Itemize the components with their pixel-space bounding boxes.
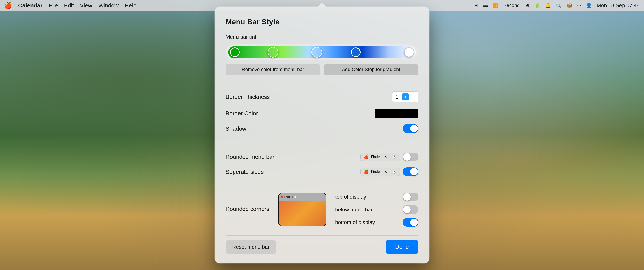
tint-buttons: Remove color from menu bar Add Color Sto… (226, 64, 418, 75)
gradient-bar[interactable] (228, 46, 416, 58)
corners-row: Rounded corners 🍎 Finder ⚙ 🕐 top of disp… (226, 193, 418, 227)
color-stop-1[interactable] (230, 47, 240, 57)
top-of-display-row: top of display (335, 193, 418, 201)
corners-toggles: top of display below menu bar bottom of … (335, 193, 418, 227)
preview-icon-2: 🕐 (392, 154, 397, 160)
shadow-label: Shadow (226, 125, 246, 132)
rounded-menu-bar-label: Rounded menu bar (226, 154, 274, 160)
separate-sides-label: Seperate sides (226, 169, 264, 175)
separate-sides-control: 🍎 Finder ⚙ 🕐 (360, 167, 418, 176)
below-menu-bar-knob (403, 206, 411, 213)
top-display-knob (403, 193, 411, 201)
bottom-display-toggle[interactable] (402, 218, 418, 227)
border-thickness-dropdown[interactable]: 1 ▼ (392, 91, 418, 102)
border-color-label: Border Color (226, 110, 258, 117)
separate-toggle-knob (410, 168, 418, 176)
rounded-menu-bar-toggle[interactable] (402, 153, 418, 161)
dialog-overlay: Menu Bar Style Menu bar tint Remove colo… (0, 0, 644, 270)
remove-color-button[interactable]: Remove color from menu bar (226, 64, 320, 75)
dialog-title: Menu Bar Style (226, 17, 418, 26)
shadow-toggle-knob (410, 125, 418, 132)
corners-preview-screen (279, 201, 326, 226)
preview-finder-label: Finder (371, 155, 381, 159)
color-stop-5[interactable] (404, 47, 414, 57)
bottom-of-display-row: bottom of display (335, 218, 418, 227)
shadow-row: Shadow (226, 121, 418, 136)
gradient-bar-container[interactable] (226, 44, 418, 60)
below-menu-bar-label: below menu bar (335, 207, 372, 213)
border-thickness-row: Border Thickness 1 ▼ (226, 88, 418, 105)
add-color-stop-button[interactable]: Add Color Stop for gradient (324, 64, 418, 75)
preview-apple-icon-2: 🍎 (364, 169, 368, 174)
border-color-row: Border Color (226, 105, 418, 121)
below-menu-bar-toggle[interactable] (402, 205, 418, 214)
rounded-preview-1: 🍎 Finder ⚙ 🕐 (360, 153, 400, 161)
rounded-corners-label: Rounded corners (226, 193, 270, 213)
rounded-menu-bar-control: 🍎 Finder ⚙ 🕐 (360, 153, 418, 161)
color-stop-3[interactable] (312, 47, 322, 57)
separate-sides-row: Seperate sides 🍎 Finder ⚙ 🕐 (226, 164, 418, 179)
tint-section: Menu bar tint Remove color from menu bar… (226, 34, 418, 82)
shadow-toggle[interactable] (402, 124, 418, 133)
corners-preview: 🍎 Finder ⚙ 🕐 (278, 193, 326, 227)
dialog-footer: Reset menu bar Done (226, 236, 418, 254)
border-section: Border Thickness 1 ▼ Border Color Shadow (226, 82, 418, 143)
border-thickness-value: 1 (396, 94, 398, 100)
preview-icon-3: ⚙ (384, 169, 389, 174)
corners-preview-bar: 🍎 Finder ⚙ 🕐 (279, 193, 326, 201)
rounded-section: Rounded menu bar 🍎 Finder ⚙ 🕐 Seperate s… (226, 143, 418, 186)
menu-bar-style-dialog: Menu Bar Style Menu bar tint Remove colo… (215, 6, 429, 264)
border-thickness-control: 1 ▼ (392, 91, 418, 102)
top-display-toggle[interactable] (402, 193, 418, 201)
rounded-toggle-knob (403, 153, 411, 161)
rounded-menu-bar-row: Rounded menu bar 🍎 Finder ⚙ 🕐 (226, 149, 418, 164)
bottom-display-label: bottom of display (335, 219, 375, 225)
chevron-down-icon: ▼ (404, 95, 407, 99)
reset-menu-bar-button[interactable]: Reset menu bar (226, 241, 276, 254)
preview-apple-icon: 🍎 (364, 154, 368, 159)
separate-preview: 🍎 Finder ⚙ 🕐 (360, 168, 400, 176)
preview-finder-label-2: Finder (371, 170, 381, 174)
separate-sides-toggle[interactable] (402, 167, 418, 176)
border-thickness-label: Border Thickness (226, 94, 270, 100)
corners-section: Rounded corners 🍎 Finder ⚙ 🕐 top of disp… (226, 186, 418, 233)
tint-label: Menu bar tint (226, 34, 418, 40)
bottom-display-knob (410, 219, 418, 226)
preview-icon-4: 🕐 (392, 169, 397, 174)
below-menu-bar-row: below menu bar (335, 205, 418, 214)
top-display-label: top of display (335, 194, 366, 200)
border-color-swatch[interactable] (374, 109, 418, 118)
color-stop-2[interactable] (268, 47, 278, 57)
preview-icon-1: ⚙ (384, 154, 389, 160)
done-button[interactable]: Done (386, 240, 418, 254)
dropdown-arrow-icon: ▼ (402, 93, 409, 100)
color-stop-4[interactable] (351, 47, 360, 57)
